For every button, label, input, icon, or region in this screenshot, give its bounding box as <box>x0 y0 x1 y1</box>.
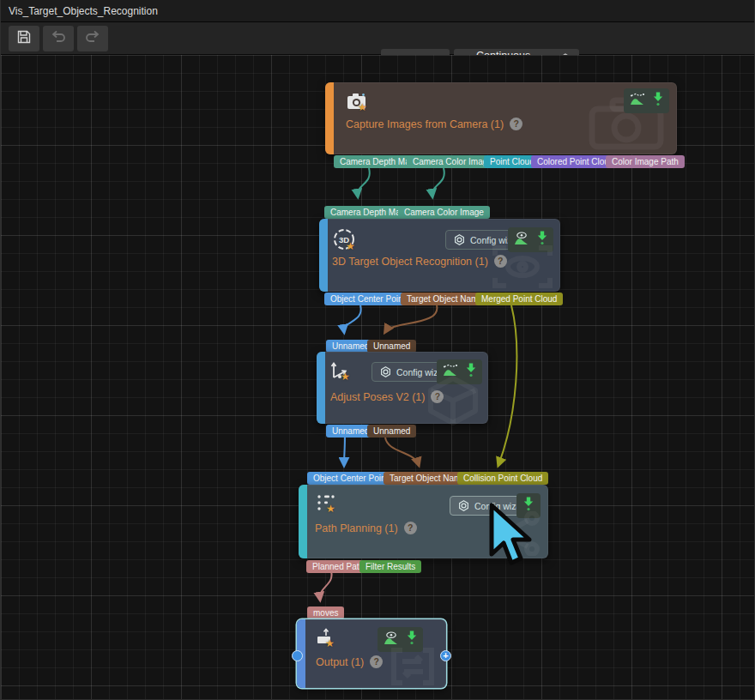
redo-icon <box>85 30 100 47</box>
wire-object-names-1 <box>385 305 437 332</box>
node-title: Path Planning (1) <box>315 522 398 534</box>
wire-planned-path <box>320 571 332 600</box>
axes-icon: ★ <box>330 360 351 384</box>
node-3d-target-object-recognition[interactable]: 3D ★ Config wizard 3D Target Object Reco… <box>319 219 560 292</box>
node-title: Capture Images from Camera (1) <box>346 118 504 130</box>
star-badge-icon: ★ <box>341 371 350 383</box>
node-color-bar <box>299 485 307 558</box>
node-title-row: Capture Images from Camera (1) ? <box>346 118 522 130</box>
star-badge-icon: ★ <box>325 637 335 649</box>
node-color-bar <box>325 82 334 154</box>
wizard-gear-icon <box>380 366 391 377</box>
save-icon <box>16 29 32 48</box>
eye-visualization-icon[interactable] <box>384 631 399 649</box>
cube-ghost-icon <box>422 375 484 430</box>
window-title-bar: Vis_Target_Objects_Recognition <box>1 0 754 22</box>
node-graph-canvas[interactable]: ★ Capture Images from Camera (1) ? Camer… <box>1 55 755 700</box>
3d-recognition-icon: 3D ★ <box>332 227 356 255</box>
port-out-color-image-path[interactable]: Color Image Path <box>606 155 685 168</box>
waypoints-icon: ★ <box>316 494 336 516</box>
eye-ghost-icon <box>492 244 553 293</box>
star-badge-icon: ★ <box>358 101 367 113</box>
save-button[interactable] <box>9 26 39 51</box>
step-run-icon[interactable] <box>407 631 417 649</box>
app-window: Vis_Target_Objects_Recognition Run Conti… <box>0 0 755 700</box>
exchange-ghost-icon <box>390 648 435 689</box>
wizard-gear-icon <box>454 234 465 245</box>
node-output[interactable]: ★ Output (1) ? <box>297 619 446 688</box>
camera-icon: ★ <box>346 91 368 115</box>
node-title: Adjust Poses V2 (1) <box>330 391 425 403</box>
port-in-camera-color-image[interactable]: Camera Color Image <box>398 206 490 219</box>
wire-center-points-2 <box>344 438 345 465</box>
wire-depth-map <box>358 168 370 196</box>
star-badge-icon: ★ <box>346 240 355 252</box>
help-icon[interactable]: ? <box>370 655 383 668</box>
node-capture-images-from-camera[interactable]: ★ Capture Images from Camera (1) ? <box>325 82 677 154</box>
mouse-cursor <box>488 503 555 573</box>
node-title: Output (1) <box>316 656 364 668</box>
node-title-row: Output (1) ? <box>316 655 383 668</box>
port-in-moves[interactable]: moves <box>307 606 344 619</box>
help-icon[interactable]: ? <box>510 118 522 130</box>
scene-visualization-icon[interactable] <box>630 93 645 109</box>
redo-button[interactable] <box>77 26 108 51</box>
port-out-merged-point-cloud[interactable]: Merged Point Cloud <box>475 293 563 305</box>
node-title-row: Path Planning (1) ? <box>315 522 417 534</box>
port-in-unnamed-2[interactable]: Unnamed <box>367 340 416 353</box>
help-icon[interactable]: ? <box>404 522 417 534</box>
undo-icon <box>51 30 66 47</box>
window-title: Vis_Target_Objects_Recognition <box>9 5 158 17</box>
wire-object-names-2 <box>385 438 419 465</box>
node-title: 3D Target Object Recognition (1) <box>332 256 488 268</box>
step-run-icon[interactable] <box>653 92 663 110</box>
node-add-output-handle[interactable]: + <box>440 650 451 661</box>
node-color-bar <box>317 352 325 424</box>
node-title-row: 3D Target Object Recognition (1) ? <box>332 255 507 268</box>
node-left-handle[interactable] <box>292 650 303 661</box>
port-out-unnamed-2[interactable]: Unnamed <box>367 425 416 438</box>
wire-center-points-1 <box>344 305 361 332</box>
port-out-filter-results[interactable]: Filter Results <box>359 560 421 573</box>
wire-merged-point-cloud <box>498 305 516 465</box>
port-in-collision-point-cloud[interactable]: Collision Point Cloud <box>457 472 548 485</box>
toolbar: Run Continuous Run <box>1 22 754 55</box>
star-badge-icon: ★ <box>326 503 335 515</box>
wizard-gear-icon <box>458 500 469 511</box>
node-adjust-poses-v2[interactable]: ★ Config wizard Adjust Poses V2 (1) ? <box>317 352 488 424</box>
undo-button[interactable] <box>43 26 74 51</box>
send-output-icon: ★ <box>316 627 336 651</box>
node-color-bar <box>319 219 328 292</box>
node-corner-buttons <box>624 88 669 113</box>
wire-color-image <box>432 168 444 196</box>
